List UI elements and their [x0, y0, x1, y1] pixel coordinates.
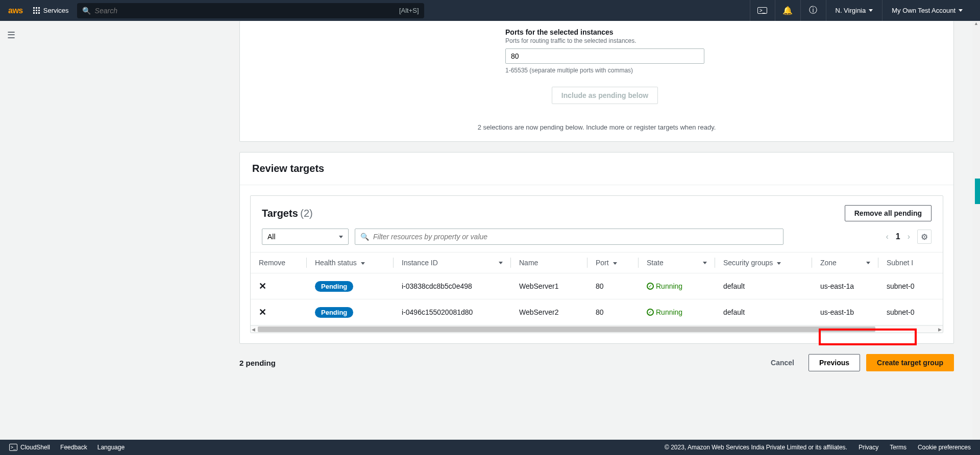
- zone-value: us-east-1b: [812, 299, 878, 325]
- region-label: N. Virginia: [836, 7, 866, 14]
- col-sg[interactable]: Security groups: [715, 252, 812, 273]
- language-link[interactable]: Language: [97, 444, 125, 451]
- targets-title: Targets: [262, 208, 298, 219]
- col-health[interactable]: Health status: [307, 252, 394, 273]
- feedback-tab[interactable]: [975, 179, 980, 204]
- instance-name: WebServer1: [511, 273, 587, 299]
- caret-down-icon: [959, 9, 963, 12]
- col-remove[interactable]: Remove: [251, 252, 307, 273]
- targets-panel: Targets (2) Remove all pending All 🔍: [250, 195, 943, 333]
- col-state[interactable]: State: [639, 252, 715, 273]
- targets-count: (2): [300, 208, 312, 219]
- state-value: Running: [647, 282, 707, 290]
- ports-sublabel: Ports for routing traffic to the selecte…: [505, 37, 704, 44]
- subnet-value: subnet-0: [878, 273, 943, 299]
- top-nav: aws Services 🔍 [Alt+S] >_ 🔔 ⓘ N. Virgini…: [0, 0, 980, 21]
- page-prev[interactable]: ‹: [886, 232, 888, 241]
- available-instances-card: Ports for the selected instances Ports f…: [239, 21, 954, 142]
- caret-down-icon: [869, 9, 873, 12]
- instance-id: i-03838cdc8b5c0e498: [394, 273, 511, 299]
- region-selector[interactable]: N. Virginia: [826, 0, 883, 21]
- search-icon: 🔍: [82, 7, 91, 15]
- services-label: Services: [43, 7, 69, 14]
- search-hint: [Alt+S]: [399, 7, 419, 14]
- account-label: My Own Test Account: [892, 7, 955, 14]
- search-input[interactable]: [95, 7, 399, 15]
- aws-logo[interactable]: aws: [8, 6, 23, 15]
- instance-name: WebServer2: [511, 299, 587, 325]
- previous-button[interactable]: Previous: [808, 354, 860, 371]
- page-next[interactable]: ›: [908, 232, 910, 241]
- footer: >_ CloudShell Feedback Language © 2023, …: [0, 440, 980, 455]
- page-number: 1: [896, 232, 900, 241]
- remove-target-button[interactable]: ✕: [259, 307, 266, 317]
- include-pending-button: Include as pending below: [552, 87, 658, 104]
- filter-text-input[interactable]: [373, 233, 778, 241]
- filter-select-value: All: [267, 233, 276, 241]
- sg-value: default: [715, 299, 812, 325]
- targets-table: Remove Health status Instance ID Name Po…: [251, 252, 943, 325]
- notifications-icon[interactable]: 🔔: [775, 0, 801, 21]
- cookie-link[interactable]: Cookie preferences: [918, 444, 971, 451]
- subnet-value: subnet-0: [878, 299, 943, 325]
- cloudshell-icon: >_: [9, 444, 17, 451]
- account-selector[interactable]: My Own Test Account: [883, 0, 972, 21]
- ports-hint: 1-65535 (separate multiple ports with co…: [505, 67, 704, 74]
- sidebar-toggle[interactable]: ☰: [7, 30, 15, 41]
- action-row: 2 pending Cancel Previous Create target …: [239, 344, 954, 377]
- sg-value: default: [715, 273, 812, 299]
- search-icon: 🔍: [360, 233, 369, 241]
- col-instance[interactable]: Instance ID: [394, 252, 511, 273]
- search-bar[interactable]: 🔍 [Alt+S]: [77, 3, 424, 18]
- port-value: 80: [587, 299, 639, 325]
- col-name[interactable]: Name: [511, 252, 587, 273]
- vertical-scrollbar[interactable]: ▲: [972, 21, 980, 440]
- settings-gear[interactable]: ⚙: [917, 230, 932, 244]
- cloudshell-button[interactable]: >_ CloudShell: [9, 444, 50, 451]
- table-row: ✕ Pending i-0496c155020081d80 WebServer2…: [251, 299, 943, 325]
- port-value: 80: [587, 273, 639, 299]
- feedback-link[interactable]: Feedback: [60, 444, 87, 451]
- cloudshell-icon[interactable]: >_: [750, 0, 775, 21]
- state-value: Running: [647, 308, 707, 316]
- services-button[interactable]: Services: [33, 7, 69, 14]
- selections-text: 2 selections are now pending below. Incl…: [240, 123, 953, 141]
- remove-target-button[interactable]: ✕: [259, 281, 266, 291]
- filter-select[interactable]: All: [262, 229, 349, 245]
- copyright: © 2023, Amazon Web Services India Privat…: [665, 444, 847, 451]
- pending-count: 2 pending: [239, 359, 276, 367]
- review-header: Review targets: [240, 153, 953, 185]
- remove-all-pending-button[interactable]: Remove all pending: [845, 205, 932, 221]
- grid-icon: [33, 7, 40, 14]
- cancel-button[interactable]: Cancel: [763, 355, 802, 371]
- privacy-link[interactable]: Privacy: [859, 444, 878, 451]
- instance-id: i-0496c155020081d80: [394, 299, 511, 325]
- col-zone[interactable]: Zone: [812, 252, 878, 273]
- check-icon: [647, 283, 654, 290]
- health-badge: Pending: [315, 307, 353, 318]
- ports-label: Ports for the selected instances: [505, 28, 704, 36]
- create-target-group-button[interactable]: Create target group: [866, 354, 954, 371]
- health-badge: Pending: [315, 281, 353, 292]
- col-port[interactable]: Port: [587, 252, 639, 273]
- top-nav-right: >_ 🔔 ⓘ N. Virginia My Own Test Account: [750, 0, 972, 21]
- col-subnet[interactable]: Subnet I: [878, 252, 943, 273]
- zone-value: us-east-1a: [812, 273, 878, 299]
- table-row: ✕ Pending i-03838cdc8b5c0e498 WebServer1…: [251, 273, 943, 299]
- caret-down-icon: [339, 236, 343, 238]
- check-icon: [647, 309, 654, 316]
- main-content: Ports for the selected instances Ports f…: [19, 21, 980, 440]
- terms-link[interactable]: Terms: [890, 444, 906, 451]
- ports-input[interactable]: [505, 48, 704, 64]
- review-targets-card: Review targets Targets (2) Remove all pe…: [239, 152, 954, 344]
- help-icon[interactable]: ⓘ: [801, 0, 826, 21]
- filter-input[interactable]: 🔍: [355, 229, 783, 245]
- horizontal-scrollbar[interactable]: ◀ ▶: [251, 325, 943, 333]
